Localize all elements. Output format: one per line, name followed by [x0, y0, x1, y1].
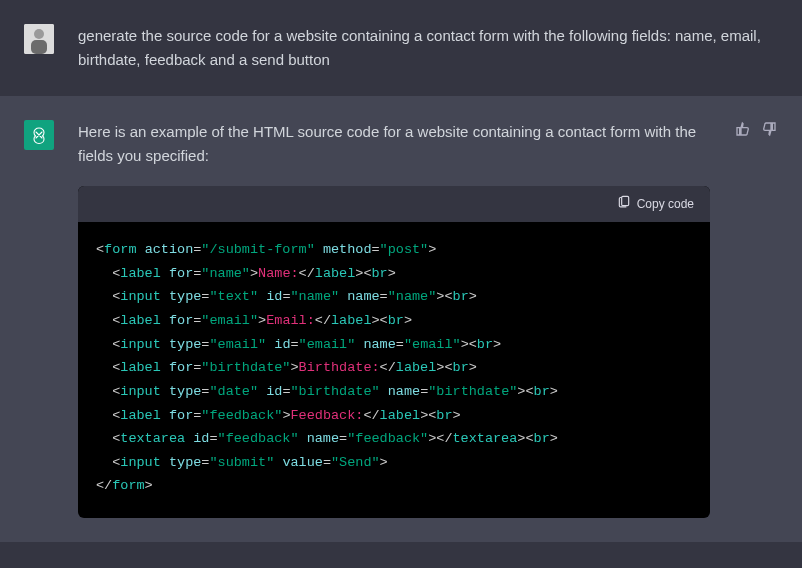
copy-code-button[interactable]: Copy code [617, 194, 694, 214]
assistant-avatar [24, 120, 54, 150]
assistant-message-row: Here is an example of the HTML source co… [0, 96, 802, 542]
user-message-text: generate the source code for a website c… [78, 24, 778, 72]
assistant-message-content: Here is an example of the HTML source co… [78, 120, 710, 518]
svg-rect-2 [31, 40, 47, 54]
code-block: Copy code <form action="/submit-form" me… [78, 186, 710, 518]
assistant-intro-text: Here is an example of the HTML source co… [78, 120, 710, 168]
code-header: Copy code [78, 186, 710, 222]
svg-point-1 [34, 29, 44, 39]
svg-rect-3 [621, 196, 628, 205]
feedback-actions [734, 120, 778, 518]
clipboard-icon [617, 194, 631, 214]
thumbs-down-button[interactable] [760, 120, 778, 138]
copy-code-label: Copy code [637, 195, 694, 214]
user-avatar [24, 24, 54, 54]
code-content: <form action="/submit-form" method="post… [78, 222, 710, 518]
user-message-row: generate the source code for a website c… [0, 0, 802, 96]
thumbs-up-button[interactable] [734, 120, 752, 138]
